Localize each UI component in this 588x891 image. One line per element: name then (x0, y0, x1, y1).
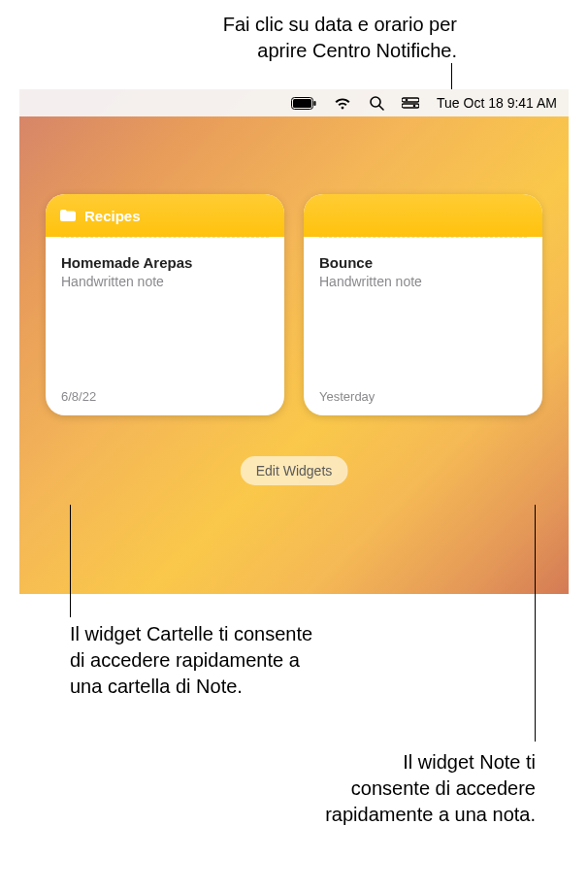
svg-rect-2 (314, 101, 316, 106)
widget-body: Bounce Handwritten note Yesterday (304, 237, 542, 415)
svg-rect-7 (402, 104, 419, 108)
note-date: Yesterday (319, 389, 527, 404)
notes-note-widget[interactable]: Bounce Handwritten note Yesterday (304, 194, 542, 415)
widgets-container: Recipes Homemade Arepas Handwritten note… (19, 116, 569, 415)
folder-icon (59, 209, 77, 222)
callout-text-line: di accedere rapidamente a (70, 647, 312, 674)
svg-point-8 (413, 105, 416, 108)
widget-header (304, 194, 542, 237)
callout-text-line: Fai clic su data e orario per (223, 12, 457, 38)
note-date: 6/8/22 (61, 389, 269, 404)
note-subtitle: Handwritten note (319, 274, 527, 289)
widget-header: Recipes (46, 194, 284, 237)
divider (319, 237, 527, 238)
callout-text-line: aprire Centro Notifiche. (223, 38, 457, 64)
note-title: Bounce (319, 254, 527, 271)
divider (61, 237, 269, 238)
callout-leader-line (70, 505, 71, 617)
callout-text-line: Il widget Cartelle ti consente (70, 621, 312, 647)
control-center-icon[interactable] (402, 97, 419, 109)
battery-icon[interactable] (291, 97, 316, 110)
notes-folder-widget[interactable]: Recipes Homemade Arepas Handwritten note… (46, 194, 284, 415)
wifi-icon[interactable] (334, 97, 351, 110)
desktop-screenshot: Tue Oct 18 9:41 AM Recipes Homemade Arep… (19, 89, 569, 594)
svg-line-4 (379, 106, 383, 110)
callout-top-text: Fai clic su data e orario per aprire Cen… (223, 12, 457, 64)
svg-rect-5 (402, 98, 419, 102)
callout-leader-line (535, 505, 536, 742)
spotlight-icon[interactable] (369, 95, 384, 111)
note-subtitle: Handwritten note (61, 274, 269, 289)
svg-rect-1 (293, 99, 311, 108)
callout-text-line: una cartella di Note. (70, 674, 312, 700)
callout-text-line: consente di accedere (325, 776, 536, 802)
svg-point-6 (406, 99, 408, 102)
edit-widgets-button[interactable]: Edit Widgets (241, 456, 348, 485)
callout-text-line: rapidamente a una nota. (325, 802, 536, 828)
callout-folder-widget-text: Il widget Cartelle ti consente di accede… (70, 621, 312, 700)
widget-folder-title: Recipes (84, 208, 141, 224)
callout-leader-line (451, 63, 452, 90)
menubar: Tue Oct 18 9:41 AM (19, 89, 569, 116)
callout-text-line: Il widget Note ti (325, 749, 536, 776)
note-title: Homemade Arepas (61, 254, 269, 271)
callout-note-widget-text: Il widget Note ti consente di accedere r… (325, 749, 536, 828)
widget-body: Homemade Arepas Handwritten note 6/8/22 (46, 237, 284, 415)
menubar-datetime[interactable]: Tue Oct 18 9:41 AM (437, 95, 557, 111)
